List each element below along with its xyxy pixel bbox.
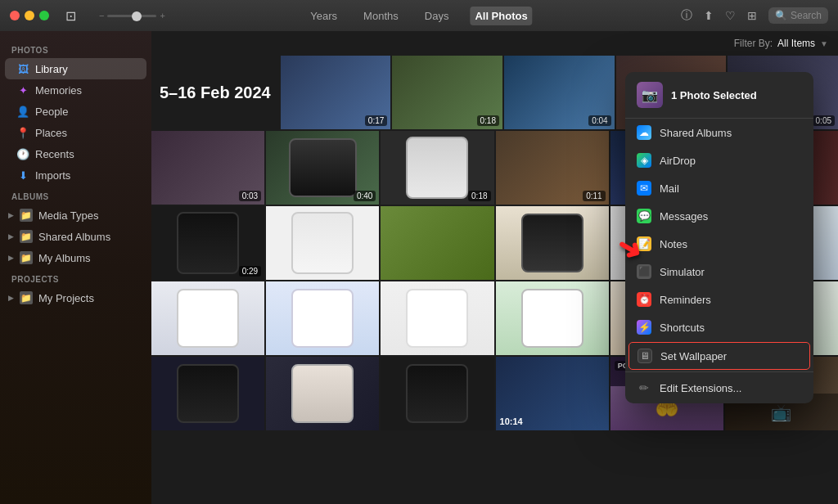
- dropdown-item-airdrop[interactable]: ◈ AirDrop: [625, 146, 813, 174]
- chevron-icon: ▶: [8, 211, 14, 219]
- library-icon: 🖼: [16, 62, 29, 75]
- sidebar-label-shared-albums: Shared Albums: [38, 231, 110, 243]
- photo-cell[interactable]: [496, 206, 609, 280]
- tab-all-photos[interactable]: All Photos: [470, 7, 532, 25]
- duration-badge: 0:40: [354, 191, 376, 201]
- search-icon: 🔍: [775, 10, 787, 21]
- sidebar-label-media-types: Media Types: [38, 209, 98, 222]
- photo-cell[interactable]: 0:03: [151, 131, 264, 205]
- photo-cell[interactable]: [496, 281, 609, 355]
- dropdown-item-mail[interactable]: ✉ Mail: [625, 174, 813, 202]
- messages-icon: 💬: [637, 209, 651, 223]
- filter-value: All Items: [777, 38, 815, 49]
- minimize-button[interactable]: [25, 11, 34, 20]
- search-box[interactable]: 🔍 Search: [768, 7, 828, 24]
- chevron-icon3: ▶: [8, 254, 14, 262]
- photo-cell[interactable]: 0:17: [281, 56, 391, 129]
- memories-icon: ✦: [16, 83, 29, 97]
- sidebar-label-my-albums: My Albums: [38, 252, 91, 264]
- sidebar-label-recents: Recents: [35, 148, 74, 160]
- photo-cell[interactable]: [381, 357, 493, 430]
- people-icon: 👤: [16, 105, 29, 118]
- filter-label: Filter By:: [734, 38, 773, 49]
- photo-cell[interactable]: [381, 206, 493, 280]
- dropdown-label-airdrop: AirDrop: [660, 155, 696, 167]
- sidebar-item-imports[interactable]: ⬇ Imports: [5, 164, 146, 186]
- tab-days[interactable]: Days: [420, 7, 454, 25]
- sidebar-item-memories[interactable]: ✦ Memories: [5, 79, 146, 101]
- dropdown-item-set-wallpaper[interactable]: 🖥 Set Wallpaper: [628, 342, 810, 370]
- photo-cell[interactable]: 0:29: [151, 206, 264, 280]
- dropdown-label-shortcuts: Shortcuts: [660, 322, 705, 334]
- dropdown-label-notes: Notes: [660, 238, 687, 250]
- places-icon: 📍: [16, 126, 29, 139]
- sidebar-item-shared-albums[interactable]: ▶ 📁 Shared Albums: [0, 226, 151, 247]
- photo-cell[interactable]: [266, 206, 379, 280]
- close-button[interactable]: [10, 11, 20, 20]
- sidebar: Photos 🖼 Library ✦ Memories 👤 People 📍 P…: [0, 31, 151, 504]
- share-icon[interactable]: ⬆: [704, 9, 714, 22]
- main-layout: Photos 🖼 Library ✦ Memories 👤 People 📍 P…: [0, 31, 838, 504]
- selected-photo-avatar: 📷: [637, 82, 663, 108]
- photo-cell[interactable]: [151, 357, 264, 430]
- photo-cell[interactable]: 0:18: [381, 131, 493, 205]
- tab-years[interactable]: Years: [305, 7, 342, 25]
- chevron-icon2: ▶: [8, 232, 14, 241]
- dropdown-label-messages: Messages: [660, 210, 708, 223]
- duration-badge: 0:29: [239, 266, 261, 277]
- photo-cell[interactable]: [381, 281, 493, 355]
- folder-icon2: 📁: [20, 230, 33, 243]
- sidebar-item-library[interactable]: 🖼 Library: [5, 58, 146, 79]
- dropdown-item-shortcuts[interactable]: ⚡ Shortcuts: [625, 313, 813, 341]
- sidebar-item-media-types[interactable]: ▶ 📁 Media Types: [0, 205, 151, 226]
- dropdown-label-shared-albums: Shared Albums: [660, 127, 732, 139]
- crop-icon[interactable]: ⊞: [747, 9, 757, 22]
- dropdown-item-notes[interactable]: 📝 Notes: [625, 230, 813, 258]
- dropdown-header: 📷 1 Photo Selected: [625, 72, 813, 119]
- dropdown-item-messages[interactable]: 💬 Messages: [625, 202, 813, 230]
- sidebar-item-places[interactable]: 📍 Places: [5, 122, 146, 143]
- sidebar-label-imports: Imports: [35, 169, 70, 182]
- titlebar-icons: ⓘ ⬆ ♡ ⊞ 🔍 Search: [681, 7, 828, 24]
- sidebar-item-people[interactable]: 👤 People: [5, 101, 146, 122]
- sidebar-label-places: Places: [35, 127, 67, 139]
- slideshow-icon: ⊡: [65, 8, 76, 24]
- sidebar-label-library: Library: [35, 63, 68, 75]
- traffic-lights: [10, 11, 49, 20]
- photo-cell[interactable]: 0:40: [266, 131, 379, 205]
- wallpaper-icon: 🖥: [638, 349, 652, 363]
- tab-months[interactable]: Months: [358, 7, 403, 25]
- heart-icon[interactable]: ♡: [725, 9, 736, 22]
- sidebar-item-my-projects[interactable]: ▶ 📁 My Projects: [0, 287, 151, 308]
- sidebar-item-recents[interactable]: 🕐 Recents: [5, 143, 146, 164]
- duration-badge: 0:18: [477, 115, 499, 126]
- dropdown-item-shared-albums[interactable]: ☁ Shared Albums: [625, 119, 813, 146]
- date-text: 5–16 Feb 2024: [160, 83, 271, 102]
- photo-cell[interactable]: [266, 357, 379, 430]
- reminders-icon: ⏰: [637, 292, 651, 307]
- duration-badge: 0:04: [588, 115, 610, 126]
- shortcuts-icon: ⚡: [637, 320, 651, 335]
- info-icon[interactable]: ⓘ: [681, 8, 692, 23]
- photo-cell[interactable]: 0:11: [496, 131, 609, 205]
- photo-cell[interactable]: 10:14: [496, 357, 609, 430]
- duration-badge: 0:11: [583, 191, 605, 201]
- dropdown-item-edit-extensions[interactable]: ✏ Edit Extensions...: [625, 374, 813, 403]
- dropdown-label-simulator: Simulator: [660, 266, 705, 278]
- titlebar: ⊡ − + Years Months Days All Photos ⓘ ⬆ ♡…: [0, 0, 838, 31]
- sidebar-item-my-albums[interactable]: ▶ 📁 My Albums: [0, 247, 151, 268]
- nav-tabs: Years Months Days All Photos: [305, 7, 532, 25]
- filter-chevron-icon[interactable]: ▼: [820, 39, 828, 48]
- shared-albums-icon: ☁: [637, 125, 651, 140]
- folder-icon: 📁: [20, 209, 33, 222]
- duration-badge: 0:18: [468, 191, 490, 201]
- dropdown-item-simulator[interactable]: ⬛ Simulator: [625, 258, 813, 286]
- filter-bar: Filter By: All Items ▼: [724, 31, 838, 56]
- duration-badge: 0:05: [813, 115, 835, 126]
- dropdown-item-reminders[interactable]: ⏰ Reminders: [625, 286, 813, 313]
- photo-cell[interactable]: 0:04: [504, 56, 615, 129]
- photo-cell[interactable]: 0:18: [392, 56, 502, 129]
- photo-cell[interactable]: [266, 281, 379, 355]
- fullscreen-button[interactable]: [39, 11, 49, 20]
- photo-cell[interactable]: [151, 281, 264, 355]
